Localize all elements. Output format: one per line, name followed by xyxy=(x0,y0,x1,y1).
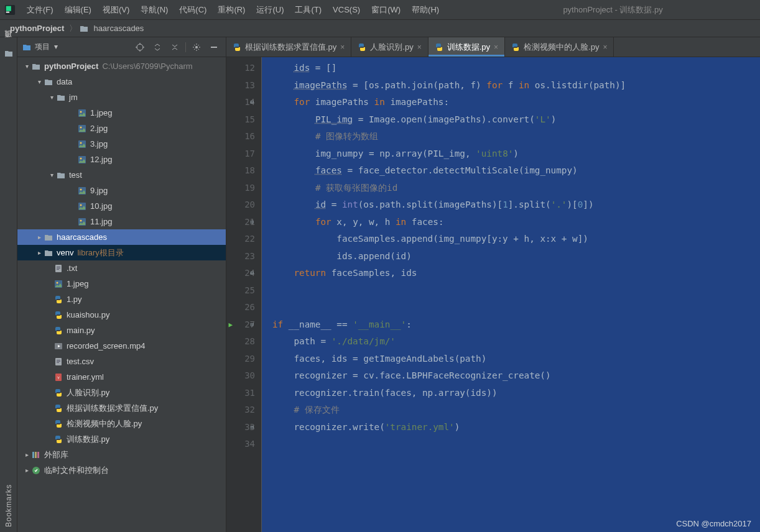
tree-file[interactable]: 2.jpg xyxy=(17,121,226,136)
tree-label: 检测视频中的人脸.py xyxy=(67,418,142,429)
tree-file[interactable]: kuaishou.py xyxy=(17,307,226,323)
svg-point-11 xyxy=(80,111,82,112)
tree-file[interactable]: 3.jpg xyxy=(17,136,226,152)
tree-icon xyxy=(53,341,63,351)
tree-file[interactable]: .txt xyxy=(17,260,226,276)
tree-label: 训练数据.py xyxy=(67,434,109,445)
tree-icon xyxy=(44,77,53,87)
tree-label: 1.jpeg xyxy=(90,108,112,117)
tree-file[interactable]: test.csv xyxy=(17,354,226,369)
tree-external-libs[interactable]: ▸外部库 xyxy=(17,447,226,462)
menu-refactor[interactable]: 重构(R) xyxy=(212,2,251,18)
menubar: 文件(F) 编辑(E) 视图(V) 导航(N) 代码(C) 重构(R) 运行(U… xyxy=(0,0,760,20)
tree-venv[interactable]: ▸venvlibrary根目录 xyxy=(17,245,226,260)
tree-label: recorded_screen.mp4 xyxy=(67,341,145,351)
menu-help[interactable]: 帮助(H) xyxy=(406,2,445,18)
folder-icon xyxy=(80,25,88,32)
close-icon[interactable]: × xyxy=(494,43,498,52)
hide-panel-icon[interactable] xyxy=(207,40,221,54)
tree-file[interactable]: 1.jpeg xyxy=(17,276,226,291)
close-icon[interactable]: × xyxy=(603,43,607,52)
breadcrumb-folder[interactable]: haarcascades xyxy=(91,24,146,33)
run-gutter-icon[interactable]: ▶ xyxy=(228,316,233,334)
fold-icon[interactable]: ⊟ xyxy=(251,94,254,111)
tree-haarcascades[interactable]: ▸haarcascades xyxy=(17,229,226,245)
chevron-right-icon: 〉 xyxy=(69,23,77,34)
breadcrumb-project[interactable]: pythonProject xyxy=(7,24,67,33)
tree-label: 1.py xyxy=(67,295,82,304)
editor-gutter[interactable]: 1213⊟14151617181920⊟212223⊟242526▶⊟27282… xyxy=(226,57,261,532)
tree-label: main.py xyxy=(67,326,95,335)
close-icon[interactable]: × xyxy=(340,43,345,52)
tree-label: 人脸识别.py xyxy=(67,387,109,398)
tool-bookmarks-tab[interactable]: Bookmarks xyxy=(4,484,13,527)
tree-file[interactable]: 1.py xyxy=(17,291,226,307)
tree-root[interactable]: ▾pythonProjectC:\Users\67099\Pycharm xyxy=(17,58,226,74)
code-editor[interactable]: ids = [] imagePaths = [os.path.join(path… xyxy=(270,57,760,532)
project-tree[interactable]: ▾pythonProjectC:\Users\67099\Pycharm▾dat… xyxy=(17,57,226,532)
collapse-all-icon[interactable] xyxy=(168,40,182,54)
folder-icon xyxy=(4,50,13,57)
tree-icon xyxy=(31,450,41,460)
tree-icon xyxy=(77,108,87,118)
menu-file[interactable]: 文件(F) xyxy=(21,2,59,18)
locate-icon[interactable] xyxy=(133,40,147,54)
tree-icon xyxy=(77,186,87,196)
tree-scratches[interactable]: ▸临时文件和控制台 xyxy=(17,462,226,478)
fold-icon[interactable]: ⊟ xyxy=(251,265,254,282)
tree-node[interactable]: ▾jm xyxy=(17,89,226,105)
tree-file[interactable]: main.py xyxy=(17,323,226,338)
tree-label: .txt xyxy=(67,264,77,273)
project-header-label: 项目 ▾ xyxy=(35,42,129,52)
tree-icon xyxy=(77,155,87,165)
tree-file[interactable]: 人脸识别.py xyxy=(17,385,226,400)
tree-file[interactable]: recorded_screen.mp4 xyxy=(17,338,226,354)
tree-label: 3.jpg xyxy=(90,139,108,149)
tree-file[interactable]: 10.jpg xyxy=(17,198,226,214)
editor-tab[interactable]: 人脸识别.py× xyxy=(351,37,428,57)
tree-file[interactable]: 1.jpeg xyxy=(17,105,226,121)
settings-icon[interactable] xyxy=(190,40,203,54)
editor-tab[interactable]: 训练数据.py× xyxy=(429,37,505,57)
svg-rect-33 xyxy=(57,361,60,362)
svg-point-21 xyxy=(80,204,82,206)
gutter-separator xyxy=(261,57,270,532)
menu-vcs[interactable]: VCS(S) xyxy=(327,2,366,17)
menu-window[interactable]: 窗口(W) xyxy=(366,2,406,18)
menu-nav[interactable]: 导航(N) xyxy=(135,2,174,18)
tree-file[interactable]: 12.jpg xyxy=(17,152,226,167)
tree-icon xyxy=(77,124,87,134)
tool-project-tab[interactable]: 项目 xyxy=(3,42,14,44)
tree-icon xyxy=(53,279,63,289)
menu-edit[interactable]: 编辑(E) xyxy=(59,2,97,18)
expand-all-icon[interactable] xyxy=(151,40,164,54)
fold-icon[interactable]: ⊟ xyxy=(251,214,254,231)
menu-code[interactable]: 代码(C) xyxy=(174,2,212,18)
python-file-icon xyxy=(511,43,520,52)
tree-label: 临时文件和控制台 xyxy=(44,465,109,476)
tree-icon xyxy=(53,403,63,413)
fold-icon[interactable]: ⊟ xyxy=(251,419,254,436)
python-file-icon xyxy=(435,43,443,52)
tree-file[interactable]: 11.jpg xyxy=(17,214,226,229)
svg-point-23 xyxy=(80,219,82,221)
fold-icon[interactable]: ⊟ xyxy=(251,316,254,334)
tree-file[interactable]: 9.jpg xyxy=(17,183,226,198)
tab-label: 人脸识别.py xyxy=(370,42,413,53)
tree-node[interactable]: ▾test xyxy=(17,167,226,183)
menu-view[interactable]: 视图(V) xyxy=(97,2,135,18)
menu-run[interactable]: 运行(U) xyxy=(251,2,289,18)
tree-file[interactable]: Ytrainer.yml xyxy=(17,369,226,385)
tree-file[interactable]: 检测视频中的人脸.py xyxy=(17,416,226,431)
tree-icon xyxy=(53,264,63,273)
svg-rect-25 xyxy=(57,267,60,267)
close-icon[interactable]: × xyxy=(417,43,422,52)
left-tool-strip: 项目 Bookmarks xyxy=(0,37,17,532)
editor-tab[interactable]: 检测视频中的人脸.py× xyxy=(505,37,614,57)
tree-file[interactable]: 根据训练数据求置信值.py xyxy=(17,400,226,416)
editor-tab[interactable]: 根据训练数据求置信值.py× xyxy=(226,37,351,57)
menu-tools[interactable]: 工具(T) xyxy=(289,2,327,18)
tree-node[interactable]: ▾data xyxy=(17,74,226,89)
tree-file[interactable]: 训练数据.py xyxy=(17,431,226,447)
tree-icon xyxy=(53,434,63,444)
